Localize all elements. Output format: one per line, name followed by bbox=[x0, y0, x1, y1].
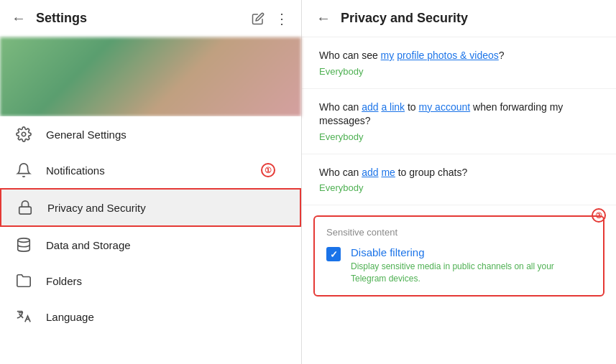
sidebar-label-language: Language bbox=[46, 311, 287, 323]
right-back-button[interactable]: ← bbox=[316, 10, 331, 27]
disable-filtering-desc: Display sensitive media in public channe… bbox=[351, 261, 592, 285]
right-header: ← Privacy and Security bbox=[302, 0, 616, 37]
database-icon bbox=[14, 237, 33, 253]
privacy-question-photos: Who can see my profile photos & videos? bbox=[319, 49, 599, 63]
disable-filtering-title: Disable filtering bbox=[351, 246, 592, 258]
left-header-left: ← Settings bbox=[12, 10, 87, 27]
privacy-item-link[interactable]: Who can add a link to my account when fo… bbox=[302, 89, 616, 154]
svg-point-0 bbox=[22, 132, 26, 136]
sidebar-item-general[interactable]: General Settings bbox=[0, 116, 301, 152]
sidebar-item-notifications[interactable]: Notifications ① bbox=[0, 152, 301, 188]
privacy-item-photos[interactable]: Who can see my profile photos & videos? … bbox=[302, 37, 616, 89]
sidebar-label-data: Data and Storage bbox=[46, 239, 287, 251]
sidebar-label-general: General Settings bbox=[46, 129, 287, 141]
disable-filtering-checkbox[interactable] bbox=[326, 247, 341, 261]
edit-icon[interactable] bbox=[252, 12, 265, 25]
privacy-answer-photos: Everybody bbox=[319, 66, 599, 77]
sidebar-label-folders: Folders bbox=[46, 275, 287, 287]
sensitive-content-label: Sensitive content bbox=[326, 227, 592, 238]
folder-icon bbox=[14, 273, 33, 289]
back-button[interactable]: ← bbox=[12, 10, 26, 27]
svg-point-2 bbox=[18, 238, 30, 243]
sidebar-item-privacy[interactable]: Privacy and Security bbox=[0, 188, 301, 227]
privacy-question-groups: Who can add me to group chats? bbox=[319, 166, 599, 180]
settings-list: General Settings Notifications ① Privacy… bbox=[0, 116, 301, 364]
translate-icon bbox=[14, 309, 33, 325]
annotation-1: ① bbox=[261, 163, 275, 177]
profile-banner bbox=[0, 37, 301, 116]
sensitive-content-section: Sensitive content Disable filtering Disp… bbox=[313, 215, 604, 297]
right-panel-title: Privacy and Security bbox=[341, 11, 468, 26]
sidebar-label-privacy: Privacy and Security bbox=[47, 202, 285, 214]
svg-rect-1 bbox=[19, 207, 32, 214]
right-content: Who can see my profile photos & videos? … bbox=[302, 37, 616, 364]
disable-filtering-row: Disable filtering Display sensitive medi… bbox=[326, 246, 592, 285]
right-panel: ← Privacy and Security Who can see my pr… bbox=[302, 0, 616, 364]
more-options-icon[interactable]: ⋮ bbox=[275, 10, 290, 27]
privacy-item-groups[interactable]: Who can add me to group chats? Everybody bbox=[302, 154, 616, 206]
disable-filtering-text: Disable filtering Display sensitive medi… bbox=[351, 246, 592, 285]
left-header-right: ⋮ bbox=[252, 10, 290, 27]
sidebar-item-data[interactable]: Data and Storage bbox=[0, 227, 301, 263]
settings-title: Settings bbox=[36, 11, 87, 26]
bell-icon bbox=[14, 162, 33, 178]
sidebar-item-language[interactable]: Language bbox=[0, 299, 301, 335]
privacy-question-link: Who can add a link to my account when fo… bbox=[319, 101, 599, 129]
lock-icon bbox=[16, 200, 35, 215]
left-panel: ← Settings ⋮ General Settings bbox=[0, 0, 302, 364]
privacy-answer-link: Everybody bbox=[319, 131, 599, 142]
left-header: ← Settings ⋮ bbox=[0, 0, 301, 37]
sidebar-item-folders[interactable]: Folders bbox=[0, 263, 301, 299]
privacy-answer-groups: Everybody bbox=[319, 182, 599, 193]
sidebar-label-notifications: Notifications bbox=[46, 164, 259, 177]
gear-icon bbox=[14, 126, 33, 142]
